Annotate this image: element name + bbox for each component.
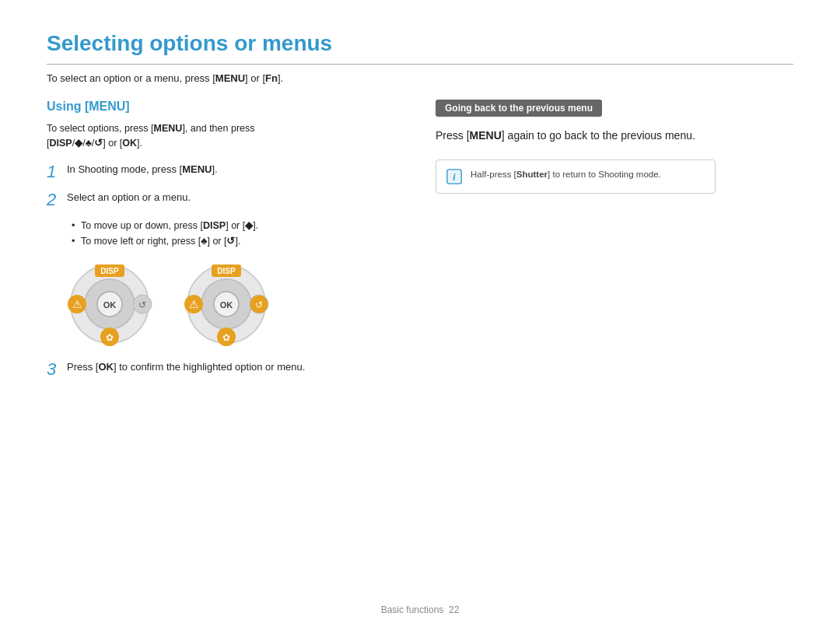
svg-text:DISP: DISP (100, 267, 119, 275)
svg-text:DISP: DISP (217, 267, 236, 275)
svg-text:✿: ✿ (222, 332, 230, 343)
note-text: Half-press [Shutter] to return to Shooti… (471, 168, 661, 181)
svg-text:⚠: ⚠ (72, 298, 82, 310)
footer-label: Basic functions (381, 604, 444, 615)
left-column: Using [MENU] To select options, press [M… (47, 100, 404, 388)
bullet-2: To move left or right, press [♣] or [↺]. (72, 233, 404, 249)
step-3: 3 Press [OK] to confirm the highlighted … (47, 359, 404, 380)
step-1: 1 In Shooting mode, press [MENU]. (47, 162, 404, 182)
note-box: i Half-press [Shutter] to return to Shoo… (436, 159, 716, 194)
svg-text:OK: OK (220, 300, 233, 310)
step-2: 2 Select an option or a menu. (47, 190, 404, 210)
top-description: To select an option or a menu, press [ME… (47, 72, 793, 84)
footer: Basic functions 22 (0, 604, 840, 615)
dial-1: OK DISP ⚠ ✿ ↺ (67, 261, 152, 347)
page-title: Selecting options or menus (47, 31, 793, 56)
svg-text:OK: OK (103, 300, 117, 310)
note-icon: i (446, 168, 463, 185)
dial-diagrams: OK DISP ⚠ ✿ ↺ (67, 261, 404, 347)
tab-header: Going back to the previous menu (436, 100, 602, 117)
press-menu-text: Press [MENU] again to go back to the pre… (436, 128, 793, 144)
footer-page: 22 (449, 604, 459, 615)
step-2-text: Select an option or a menu. (67, 190, 191, 205)
dial-2: OK DISP ⚠ ✿ ↺ (184, 261, 269, 347)
bullet-1: To move up or down, press [DISP] or [◆]. (72, 218, 404, 233)
two-col-layout: Using [MENU] To select options, press [M… (47, 100, 793, 388)
step-1-number: 1 (47, 162, 61, 182)
step-3-text: Press [OK] to confirm the highlighted op… (67, 359, 305, 375)
step-3-number: 3 (47, 359, 61, 380)
page: Selecting options or menus To select an … (0, 0, 840, 634)
section-desc: To select options, press [MENU], and the… (47, 121, 404, 151)
bullet-list: To move up or down, press [DISP] or [◆].… (72, 218, 404, 249)
svg-text:✿: ✿ (106, 332, 114, 343)
svg-text:⚠: ⚠ (189, 298, 199, 310)
top-divider (47, 64, 793, 65)
step-2-number: 2 (47, 190, 61, 210)
svg-text:↺: ↺ (138, 299, 146, 310)
svg-text:↺: ↺ (255, 299, 263, 310)
step-1-text: In Shooting mode, press [MENU]. (67, 162, 218, 177)
right-column: Going back to the previous menu Press [M… (436, 100, 793, 388)
using-menu-title: Using [MENU] (47, 100, 404, 114)
